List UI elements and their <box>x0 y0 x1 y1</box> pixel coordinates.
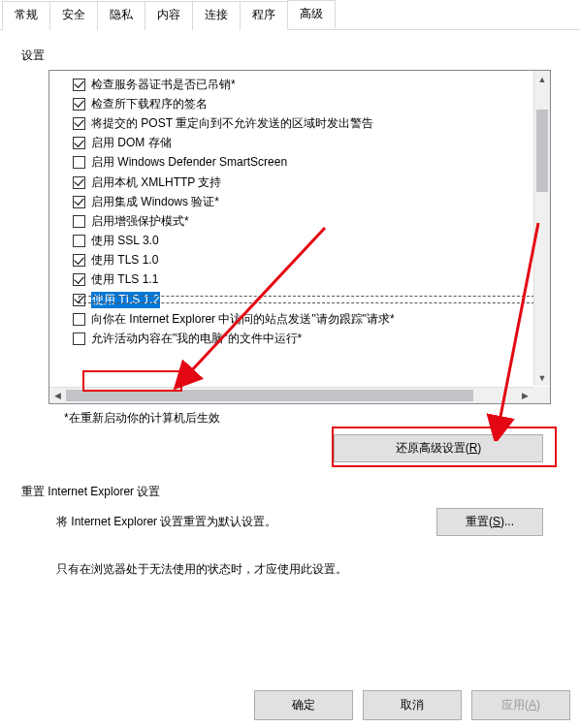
tab-4[interactable]: 连接 <box>192 1 241 30</box>
restore-button-label: 还原高级设置(R) <box>396 441 482 455</box>
setting-item-3[interactable]: 启用 DOM 存储 <box>73 134 550 153</box>
setting-label: 使用 TLS 1.1 <box>91 271 158 288</box>
vertical-scrollbar[interactable]: ▲ ▼ <box>533 71 550 386</box>
dialog-button-row: 确定 取消 应用(A) <box>254 690 570 720</box>
horizontal-scroll-thumb[interactable] <box>66 390 473 401</box>
vertical-scroll-thumb[interactable] <box>536 110 548 192</box>
setting-label: 允许活动内容在"我的电脑"的文件中运行* <box>91 331 302 347</box>
setting-label: 使用 SSL 3.0 <box>91 233 159 249</box>
horizontal-scrollbar[interactable]: ◀ ▶ <box>49 387 533 403</box>
setting-item-6[interactable]: 启用集成 Windows 验证* <box>73 192 550 211</box>
setting-item-9[interactable]: 使用 TLS 1.0 <box>73 251 550 270</box>
setting-label: 使用 TLS 1.0 <box>91 252 158 269</box>
setting-item-7[interactable]: 启用增强保护模式* <box>73 211 550 231</box>
setting-item-11[interactable]: 使用 TLS 1.2 <box>73 290 550 309</box>
setting-checkbox[interactable] <box>73 215 85 228</box>
setting-checkbox[interactable] <box>73 273 85 286</box>
setting-checkbox[interactable] <box>73 254 85 267</box>
setting-item-10[interactable]: 使用 TLS 1.1 <box>73 270 550 290</box>
setting-label: 检查所下载程序的签名 <box>91 96 208 112</box>
advanced-tab-content: 设置 检查服务器证书是否已吊销*检查所下载程序的签名将提交的 POST 重定向到… <box>0 30 580 587</box>
scroll-right-button[interactable]: ▶ <box>517 388 533 403</box>
settings-section-label: 设置 <box>21 47 559 64</box>
setting-label: 检查服务器证书是否已吊销* <box>91 77 236 93</box>
setting-checkbox[interactable] <box>73 176 85 189</box>
setting-label: 启用增强保护模式* <box>91 213 189 230</box>
scroll-left-button[interactable]: ◀ <box>49 388 66 403</box>
setting-item-5[interactable]: 启用本机 XMLHTTP 支持 <box>73 173 550 192</box>
restore-advanced-button[interactable]: 还原高级设置(R) <box>334 434 543 462</box>
setting-checkbox[interactable] <box>73 79 85 91</box>
tab-3[interactable]: 内容 <box>145 1 193 30</box>
setting-item-4[interactable]: 启用 Windows Defender SmartScreen <box>73 153 550 173</box>
reset-description: 将 Internet Explorer 设置重置为默认设置。 <box>56 514 276 530</box>
setting-checkbox[interactable] <box>73 117 85 130</box>
reset-button[interactable]: 重置(S)... <box>436 508 543 536</box>
setting-label: 将提交的 POST 重定向到不允许发送的区域时发出警告 <box>91 115 373 132</box>
reset-section-label: 重置 Internet Explorer 设置 <box>21 484 559 500</box>
tab-0[interactable]: 常规 <box>2 1 50 30</box>
tab-1[interactable]: 安全 <box>49 1 98 30</box>
setting-label: 启用 Windows Defender SmartScreen <box>91 154 287 171</box>
cancel-button[interactable]: 取消 <box>363 690 462 720</box>
settings-listbox: 检查服务器证书是否已吊销*检查所下载程序的签名将提交的 POST 重定向到不允许… <box>48 70 551 404</box>
setting-checkbox[interactable] <box>73 196 85 208</box>
tab-5[interactable]: 程序 <box>240 1 288 30</box>
setting-label: 使用 TLS 1.2 <box>91 292 160 308</box>
ok-button[interactable]: 确定 <box>254 690 353 720</box>
setting-checkbox[interactable] <box>73 313 85 326</box>
setting-item-1[interactable]: 检查所下载程序的签名 <box>73 94 550 113</box>
tab-6[interactable]: 高级 <box>287 0 336 29</box>
setting-item-0[interactable]: 检查服务器证书是否已吊销* <box>73 75 550 94</box>
tab-bar: 常规安全隐私内容连接程序高级 <box>0 0 580 30</box>
setting-item-2[interactable]: 将提交的 POST 重定向到不允许发送的区域时发出警告 <box>73 113 550 133</box>
setting-item-12[interactable]: 向你在 Internet Explorer 中访问的站点发送"请勿跟踪"请求* <box>73 309 550 329</box>
setting-item-8[interactable]: 使用 SSL 3.0 <box>73 232 550 251</box>
setting-label: 启用集成 Windows 验证* <box>91 194 219 210</box>
reset-button-label: 重置(S)... <box>466 515 514 528</box>
scroll-up-button[interactable]: ▲ <box>534 71 550 87</box>
tab-2[interactable]: 隐私 <box>97 1 145 30</box>
scroll-corner <box>533 387 550 403</box>
restart-footnote: *在重新启动你的计算机后生效 <box>64 410 559 427</box>
setting-checkbox[interactable] <box>73 137 85 149</box>
setting-checkbox[interactable] <box>73 332 85 345</box>
setting-label: 向你在 Internet Explorer 中访问的站点发送"请勿跟踪"请求* <box>91 311 395 328</box>
setting-label: 启用本机 XMLHTTP 支持 <box>91 174 221 191</box>
reset-note: 只有在浏览器处于无法使用的状态时，才应使用此设置。 <box>56 561 559 578</box>
apply-button[interactable]: 应用(A) <box>471 690 570 720</box>
setting-item-13[interactable]: 允许活动内容在"我的电脑"的文件中运行* <box>73 329 550 348</box>
setting-label: 启用 DOM 存储 <box>91 135 172 151</box>
setting-checkbox[interactable] <box>73 294 85 306</box>
setting-checkbox[interactable] <box>73 235 85 247</box>
setting-checkbox[interactable] <box>73 98 85 111</box>
setting-checkbox[interactable] <box>73 156 85 169</box>
scroll-down-button[interactable]: ▼ <box>534 369 550 386</box>
